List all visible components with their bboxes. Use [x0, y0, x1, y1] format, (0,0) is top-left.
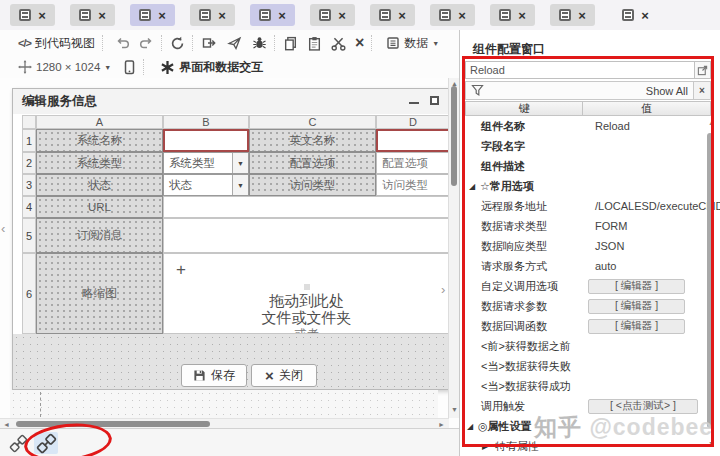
property-value[interactable]: Reload [595, 120, 630, 132]
label-config-option[interactable]: 配置选项 [249, 152, 376, 174]
property-row[interactable]: 数据请求类型 FORM [465, 216, 711, 236]
event-row[interactable]: <前>获得数据之前 [465, 336, 711, 356]
col-header-c[interactable]: C [249, 115, 376, 129]
select-status[interactable]: 状态 ▼ [163, 174, 249, 196]
key-column-header[interactable]: 键 [465, 101, 583, 116]
paste-button[interactable] [307, 36, 322, 51]
edit-service-dialog[interactable]: 编辑服务信息 A B C D 1 系统名称 英文名称 [12, 88, 450, 390]
label-thumbnail[interactable]: 略缩图 [36, 253, 163, 334]
input-url[interactable] [163, 196, 450, 218]
clear-filter-button[interactable]: × [693, 82, 710, 99]
label-system-name[interactable]: 系统名称 [36, 129, 163, 152]
row-header-5[interactable]: 5 [22, 218, 36, 253]
row-header-4[interactable]: 4 [22, 196, 36, 218]
row-header-3[interactable]: 3 [22, 174, 36, 196]
undo-button[interactable] [115, 36, 130, 50]
property-row[interactable]: 组件描述 [465, 156, 711, 176]
label-system-type[interactable]: 系统类型 [36, 152, 163, 174]
code-view-button[interactable]: </> 到代码视图 [18, 35, 95, 52]
close-icon[interactable]: × [218, 9, 226, 22]
scroll-down-icon[interactable]: ▼ [451, 406, 458, 413]
scroll-right-icon[interactable]: ► [438, 421, 445, 428]
property-row[interactable]: 数据回调函数 [ 编辑器 ] [465, 316, 711, 336]
design-canvas[interactable]: 编辑服务信息 A B C D 1 系统名称 英文名称 [0, 78, 459, 428]
link-tool-button-active[interactable] [34, 432, 58, 454]
file-dropzone[interactable]: + 拖动到此处 文件或文件夹 或者 [163, 253, 450, 334]
horizontal-scroll-thumb[interactable] [16, 421, 210, 427]
chevron-down-icon[interactable]: ▼ [232, 175, 248, 195]
canvas-horizontal-scrollbar[interactable]: ◄ ► [0, 418, 449, 428]
close-icon[interactable]: × [578, 9, 586, 22]
close-icon[interactable]: × [398, 9, 406, 22]
col-header-a[interactable]: A [36, 115, 163, 129]
tree-expanded-icon[interactable]: ◢ [469, 182, 475, 191]
editor-button[interactable]: [ 编辑器 ] [588, 279, 685, 294]
row-header-6[interactable]: 6 [22, 253, 36, 334]
external-link-button[interactable] [695, 61, 711, 79]
value-column-header[interactable]: 值 [583, 101, 711, 116]
panel-scroll-up-icon[interactable]: ▲ [708, 119, 715, 126]
property-row[interactable]: 数据响应类型 JSON [465, 236, 711, 256]
input-system-name[interactable] [163, 129, 249, 152]
close-icon[interactable]: × [518, 9, 526, 22]
canvas-vertical-scrollbar[interactable]: ▲ ▼ [448, 78, 459, 418]
label-english-name[interactable]: 英文名称 [249, 129, 376, 152]
dialog-titlebar[interactable]: 编辑服务信息 [13, 89, 449, 114]
scroll-left-icon[interactable]: ◄ [3, 421, 10, 428]
tab-5-selected[interactable]: × [250, 4, 295, 26]
row-header-1[interactable]: 1 [22, 129, 36, 152]
property-value[interactable]: /LOCALESD/executeCMD [595, 200, 720, 212]
data-menu-button[interactable]: 数据 ▼ [386, 35, 439, 52]
label-subscribe-msg[interactable]: 订阅消息 [36, 218, 163, 253]
property-row[interactable]: 字段名字 [465, 136, 711, 156]
close-icon[interactable]: × [158, 9, 166, 22]
label-url[interactable]: URL [36, 196, 163, 218]
redo-button[interactable] [139, 36, 154, 50]
property-value[interactable]: FORM [595, 220, 627, 232]
label-access-type[interactable]: 访问类型 [249, 174, 376, 196]
property-row[interactable]: 请求服务方式 auto [465, 256, 711, 276]
event-row[interactable]: <当>数据获得失败 [465, 356, 711, 376]
editor-button[interactable]: [ 编辑器 ] [588, 299, 685, 314]
label-status[interactable]: 状态 [36, 174, 163, 196]
refresh-button[interactable] [170, 36, 185, 51]
input-config-option[interactable]: 配置选项 [376, 152, 450, 174]
close-icon[interactable]: × [641, 9, 649, 22]
property-row[interactable]: 数据请求参数 [ 编辑器 ] [465, 296, 711, 316]
show-all-label[interactable]: Show All [646, 85, 688, 97]
copy-button[interactable] [283, 36, 298, 51]
delete-button[interactable]: × [355, 34, 364, 52]
tree-collapsed-icon[interactable]: ▶ [482, 442, 488, 451]
close-icon[interactable]: × [458, 9, 466, 22]
property-row[interactable]: 自定义调用选项 [ 编辑器 ] [465, 276, 711, 296]
row-header-2[interactable]: 2 [22, 152, 36, 174]
tab-2[interactable]: × [70, 4, 115, 26]
editor-button[interactable]: [ 编辑器 ] [588, 319, 685, 334]
input-access-type[interactable]: 访问类型 [376, 174, 450, 196]
close-icon[interactable]: × [38, 9, 46, 22]
tab-11[interactable]: × [613, 4, 658, 26]
tab-8[interactable]: × [430, 4, 475, 26]
filter-icon[interactable] [471, 84, 484, 97]
event-row[interactable]: <当>数据获得成功 [465, 376, 711, 396]
section-row[interactable]: ◢ ☆常用选项 [465, 176, 711, 196]
col-header-d[interactable]: D [376, 115, 450, 129]
tab-3-selected[interactable]: × [130, 4, 175, 26]
cut-button[interactable] [331, 36, 346, 51]
property-value[interactable]: JSON [595, 240, 624, 252]
tree-expanded-icon[interactable]: ◢ [467, 422, 473, 431]
debug-button[interactable] [252, 36, 267, 50]
link-tool-button[interactable] [6, 432, 30, 454]
chevron-right-icon[interactable]: › [441, 282, 445, 297]
interaction-button[interactable]: 界面和数据交互 [160, 59, 263, 76]
tab-6[interactable]: × [310, 4, 355, 26]
send-button[interactable] [227, 36, 242, 50]
component-name-input[interactable]: Reload [465, 61, 695, 79]
input-english-name[interactable] [376, 129, 450, 152]
tab-1[interactable]: × [10, 4, 55, 26]
panel-scroll-thumb[interactable] [707, 133, 713, 428]
input-subscribe-msg[interactable] [163, 218, 450, 253]
close-icon[interactable]: × [278, 9, 286, 22]
vertical-scroll-thumb[interactable] [451, 86, 457, 186]
col-header-b[interactable]: B [163, 115, 249, 129]
